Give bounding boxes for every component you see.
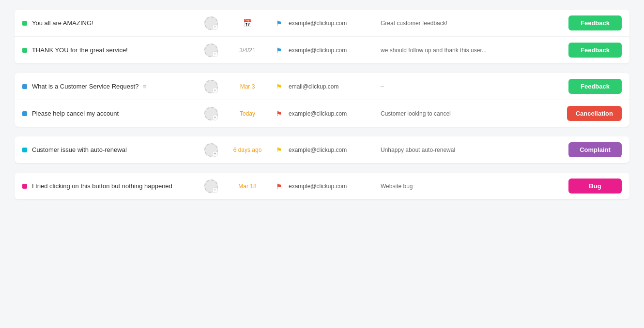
add-assignee-icon[interactable]: + (212, 115, 218, 120)
tag-col: Feedback (564, 43, 622, 58)
status-indicator (22, 184, 27, 189)
tag-col: Bug (564, 179, 622, 194)
note-field: – (376, 83, 564, 90)
tag-col: Feedback (564, 79, 622, 94)
tag-button[interactable]: Cancellation (567, 106, 622, 121)
task-name: I tried clicking on this button but noth… (32, 182, 172, 190)
assignee-col: + (197, 44, 226, 57)
status-indicator (22, 111, 27, 116)
assignee-col: + (197, 16, 226, 30)
due-date[interactable]: 📅 (226, 19, 269, 28)
email-field: example@clickup.com (289, 147, 376, 153)
email-field: example@clickup.com (289, 20, 376, 27)
description-icon: ≡ (142, 83, 146, 90)
status-indicator (22, 148, 27, 152)
status-indicator (22, 84, 27, 89)
row-title[interactable]: What is a Customer Service Request?≡ (32, 83, 197, 90)
table-row: I tried clicking on this button but noth… (15, 173, 629, 199)
email-field: example@clickup.com (289, 47, 376, 54)
row-title[interactable]: THANK YOU for the great service! (32, 46, 197, 54)
note-field: Unhappy about auto-renewal (376, 147, 564, 153)
table-row: THANK YOU for the great service!+3/4/21e… (15, 37, 629, 63)
tag-button[interactable]: Complaint (568, 142, 622, 157)
flag-icon (276, 46, 282, 54)
due-date[interactable]: 3/4/21 (226, 47, 269, 54)
task-group: I tried clicking on this button but noth… (15, 173, 629, 199)
priority-flag[interactable] (269, 182, 289, 190)
table-row: What is a Customer Service Request?≡+Mar… (15, 73, 629, 100)
flag-icon (276, 110, 282, 118)
task-name: THANK YOU for the great service! (32, 46, 128, 54)
avatar[interactable]: + (204, 80, 218, 93)
tag-button[interactable]: Bug (568, 179, 622, 194)
table-row: Please help cancel my account+Todayexamp… (15, 100, 629, 127)
task-name: What is a Customer Service Request? (32, 83, 138, 90)
table-row: You all are AMAZING!+📅example@clickup.co… (15, 10, 629, 37)
priority-flag[interactable] (269, 110, 289, 118)
due-date[interactable]: Mar 3 (226, 83, 269, 90)
add-assignee-icon[interactable]: + (212, 88, 218, 93)
assignee-col: + (197, 179, 226, 193)
task-name: You all are AMAZING! (32, 19, 93, 27)
add-assignee-icon[interactable]: + (212, 51, 218, 57)
priority-flag[interactable] (269, 83, 289, 90)
add-assignee-icon[interactable]: + (212, 24, 218, 30)
task-group: What is a Customer Service Request?≡+Mar… (15, 73, 629, 127)
tag-button[interactable]: Feedback (568, 79, 622, 94)
email-field: example@clickup.com (289, 110, 376, 117)
page-container: You all are AMAZING!+📅example@clickup.co… (0, 0, 644, 219)
add-assignee-icon[interactable]: + (212, 151, 218, 157)
row-title[interactable]: Customer issue with auto-renewal (32, 146, 197, 153)
avatar[interactable]: + (204, 143, 218, 157)
assignee-col: + (197, 107, 226, 120)
calendar-icon: 📅 (243, 19, 252, 27)
avatar[interactable]: + (204, 44, 218, 57)
task-group: Customer issue with auto-renewal+6 days … (15, 136, 629, 163)
tag-col: Feedback (564, 15, 622, 30)
tag-col: Complaint (564, 142, 622, 157)
status-indicator (22, 21, 27, 26)
avatar[interactable]: + (204, 179, 218, 193)
avatar[interactable]: + (204, 16, 218, 30)
note-field: Customer looking to cancel (376, 110, 564, 117)
task-name: Customer issue with auto-renewal (32, 146, 127, 153)
due-date[interactable]: Mar 18 (226, 183, 269, 190)
tag-col: Cancellation (564, 106, 622, 121)
priority-flag[interactable] (269, 19, 289, 27)
task-group: You all are AMAZING!+📅example@clickup.co… (15, 10, 629, 63)
note-field: Website bug (376, 183, 564, 190)
row-title[interactable]: Please help cancel my account (32, 110, 197, 117)
email-field: example@clickup.com (289, 183, 376, 190)
row-title[interactable]: I tried clicking on this button but noth… (32, 182, 197, 190)
avatar[interactable]: + (204, 107, 218, 120)
assignee-col: + (197, 80, 226, 93)
row-title[interactable]: You all are AMAZING! (32, 19, 197, 27)
status-indicator (22, 48, 27, 53)
table-row: Customer issue with auto-renewal+6 days … (15, 136, 629, 163)
priority-flag[interactable] (269, 46, 289, 54)
tag-button[interactable]: Feedback (568, 43, 622, 58)
flag-icon (276, 83, 282, 90)
priority-flag[interactable] (269, 146, 289, 154)
note-field: Great customer feedback! (376, 20, 564, 27)
flag-icon (276, 146, 282, 154)
email-field: email@clickup.com (289, 83, 376, 90)
due-date[interactable]: 6 days ago (226, 147, 269, 153)
add-assignee-icon[interactable]: + (212, 187, 218, 193)
assignee-col: + (197, 143, 226, 157)
due-date[interactable]: Today (226, 110, 269, 117)
tag-button[interactable]: Feedback (568, 15, 622, 30)
flag-icon (276, 182, 282, 190)
note-field: we should follow up and thank this user.… (376, 47, 564, 54)
flag-icon (276, 19, 282, 27)
task-name: Please help cancel my account (32, 110, 119, 117)
